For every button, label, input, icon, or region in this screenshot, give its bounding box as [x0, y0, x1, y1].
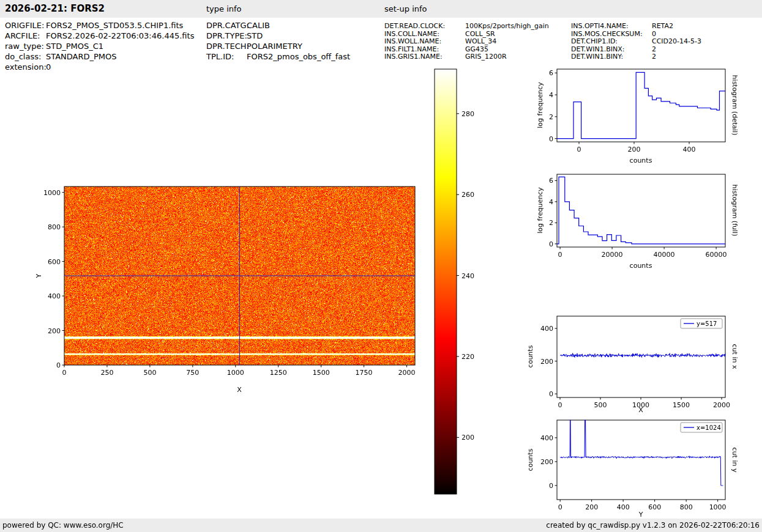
- meta-row: DET.WIN1.BINX:2: [571, 45, 701, 53]
- meta-row: INS.WOLL.NAME:WOLL_34: [384, 37, 549, 45]
- meta-label: INS.FILT1.NAME:: [384, 45, 465, 53]
- meta-row: INS.COLL.NAME:COLL_SR: [384, 30, 549, 38]
- meta-row: raw_type:STD_PMOS_C1: [5, 42, 194, 52]
- x-tick-label: 250: [100, 369, 113, 377]
- x-tick-label: 500: [594, 401, 607, 409]
- y-tick-label: 0: [549, 482, 553, 490]
- meta-row: DET.READ.CLOCK:100Kps/2ports/high_gain: [384, 22, 549, 30]
- y-tick-label: 800: [48, 223, 61, 231]
- y-tick-label: 200: [540, 358, 553, 366]
- meta-label: raw_type:: [5, 42, 46, 51]
- x-tick-label: 1000: [227, 369, 244, 377]
- x-tick-label: 1500: [673, 401, 690, 409]
- x-tick-label: 0: [558, 401, 562, 409]
- meta-value: GRIS_1200R: [465, 53, 507, 61]
- meta-value: CCID20-14-5-3: [652, 37, 701, 45]
- meta-value: GG435: [465, 45, 488, 53]
- meta-row: DPR.TECH:POLARIMETRY: [206, 42, 350, 52]
- meta-label: DET.WIN1.BINY:: [571, 53, 652, 61]
- meta-label: DPR.CATG:: [206, 21, 247, 30]
- y-axis-label: counts: [526, 345, 534, 368]
- y-tick-label: 0: [549, 390, 553, 398]
- meta-row: DET.CHIP1.ID:CCID20-14-5-3: [571, 37, 701, 45]
- meta-label: INS.OPTI4.NAME:: [571, 22, 652, 30]
- y-tick-label: 2: [549, 219, 553, 227]
- cut-line: [560, 353, 725, 358]
- meta-value: 0: [46, 62, 51, 72]
- section-label-setup-info: set-up info: [384, 4, 427, 13]
- meta-label: DET.READ.CLOCK:: [384, 22, 465, 30]
- y-tick-label: 200: [540, 458, 553, 466]
- x-tick-label: 750: [186, 369, 199, 377]
- meta-label: DPR.TECH:: [206, 42, 247, 51]
- colorbar-tick-label: 240: [461, 272, 474, 280]
- legend-box: [681, 423, 722, 432]
- section-label-type-info: type info: [206, 4, 242, 13]
- meta-row: INS.MOS.CHECKSUM:0: [571, 30, 701, 38]
- colorbar-gradient: [435, 69, 457, 494]
- meta-label: extension:: [5, 62, 46, 72]
- page-title: 2026-02-21: FORS2: [5, 3, 105, 14]
- y-tick-label: 400: [48, 292, 61, 300]
- x-tick-label: 2000: [398, 369, 416, 377]
- y-axis-label: counts: [526, 448, 534, 471]
- meta-row: TPL.ID:FORS2_pmos_obs_off_fast: [206, 52, 350, 62]
- colorbar-tick-label: 260: [461, 191, 474, 199]
- y-tick-label: 2: [549, 113, 553, 121]
- x-axis-label: counts: [630, 262, 652, 270]
- y-tick-label: 4: [549, 91, 553, 99]
- meta-value: CALIB: [247, 21, 270, 30]
- meta-row: INS.FILT1.NAME:GG435: [384, 45, 549, 53]
- right-side-label: cut in y: [731, 448, 739, 473]
- histogram-line: [557, 72, 725, 138]
- meta-value: WOLL_34: [465, 37, 496, 45]
- colorbar-tick-label: 220: [461, 353, 474, 361]
- x-tick-label: 400: [617, 503, 630, 511]
- meta-value: FORS2.2026-02-22T06:03:46.445.fits: [46, 31, 194, 40]
- y-axis-label: log frequency: [536, 187, 544, 234]
- meta-label: ARCFILE:: [5, 31, 46, 40]
- cut-line: [560, 420, 723, 486]
- meta-row: DPR.TYPE:STD: [206, 31, 350, 42]
- meta-label: INS.MOS.CHECKSUM:: [571, 30, 652, 38]
- header-bar: 2026-02-21: FORS2 type info set-up info: [0, 0, 762, 18]
- meta-value: 2: [652, 53, 656, 61]
- axes-frame: [557, 316, 725, 397]
- y-tick-label: 400: [540, 434, 553, 442]
- x-tick-label: 800: [680, 503, 693, 511]
- file-info-block: ORIGFILE:FORS2_PMOS_STD053.5.CHIP1.fitsA…: [5, 21, 194, 73]
- x-tick-label: 0: [558, 503, 562, 511]
- meta-value: FORS2_pmos_obs_off_fast: [247, 52, 350, 61]
- meta-value: 0: [652, 30, 656, 38]
- x-tick-label: 0: [577, 146, 581, 153]
- meta-row: extension:0: [5, 62, 194, 73]
- meta-label: do_class:: [5, 52, 46, 61]
- colorbar-tick-label: 200: [461, 434, 474, 441]
- setup-info-block-a: DET.READ.CLOCK:100Kps/2ports/high_gainIN…: [384, 22, 549, 61]
- axes-frame: [557, 174, 725, 247]
- y-axis-label: log frequency: [536, 82, 544, 128]
- x-axis-label: X: [237, 386, 242, 394]
- ccd-raw-image: [64, 187, 415, 365]
- x-tick-label: 1750: [356, 369, 373, 377]
- meta-row: do_class:STANDARD_PMOS: [5, 52, 194, 62]
- colorbar-tick-label: 280: [461, 110, 474, 118]
- y-axis-label: Y: [35, 273, 43, 278]
- right-side-label: cut in x: [731, 344, 739, 369]
- x-axis-label: counts: [630, 157, 652, 164]
- y-tick-label: 600: [48, 258, 61, 266]
- meta-label: DPR.TYPE:: [206, 31, 247, 40]
- y-tick-label: 400: [540, 325, 553, 333]
- x-tick-label: 1500: [313, 369, 330, 377]
- x-tick-label: 0: [62, 369, 67, 377]
- meta-label: DET.CHIP1.ID:: [571, 37, 652, 45]
- meta-value: STANDARD_PMOS: [46, 52, 117, 61]
- meta-value: STD: [247, 31, 263, 40]
- y-tick-label: 0: [549, 135, 553, 143]
- y-tick-label: 6: [549, 69, 553, 77]
- meta-value: STD_PMOS_C1: [46, 42, 103, 51]
- footer-left-text: powered by QC: www.eso.org/HC: [2, 521, 124, 530]
- x-tick-label: 200: [585, 503, 598, 511]
- x-tick-label: 40000: [654, 251, 675, 259]
- x-axis-label: X: [638, 406, 643, 414]
